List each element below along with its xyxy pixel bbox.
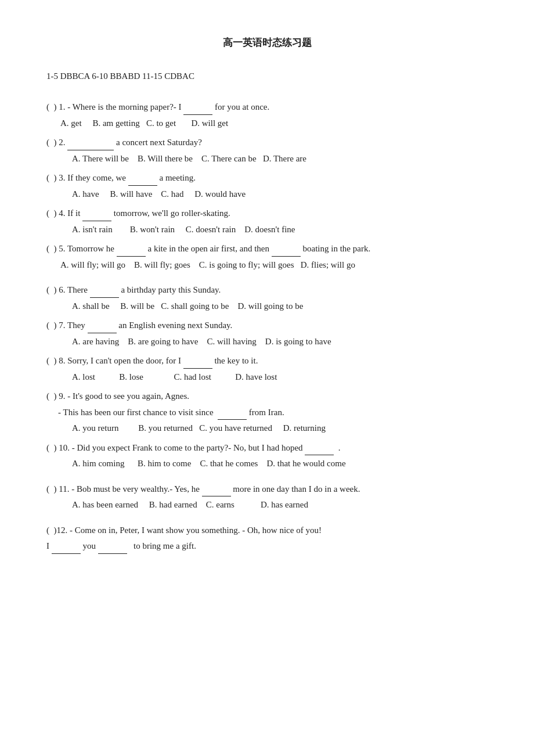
page-title: 高一英语时态练习题: [46, 35, 488, 52]
question-6: ( ) 6. There a birthday party this Sunda…: [46, 283, 488, 314]
q6-options: A. shall be B. will be C. shall going to…: [60, 299, 488, 314]
question-10: ( ) 10. - Did you expect Frank to come t…: [46, 441, 488, 471]
question-12: ( )12. - Come on in, Peter, I want show …: [46, 523, 488, 554]
question-1: ( ) 1. - Where is the morning paper?- I …: [46, 100, 488, 131]
q11-options: A. has been earned B. had earned C. earn…: [60, 498, 488, 513]
question-7: ( ) 7. They an English evening next Sund…: [46, 318, 488, 349]
question-9: ( ) 9. - It's good to see you again, Agn…: [46, 389, 488, 436]
q5-text: ( ) 5. Tomorrow he a kite in the open ai…: [46, 242, 488, 257]
question-4: ( ) 4. If it tomorrow, we'll go roller-s…: [46, 206, 488, 237]
question-2: ( ) 2. a concert next Saturday? A. There…: [46, 135, 488, 166]
q9-text-a: ( ) 9. - It's good to see you again, Agn…: [46, 389, 488, 404]
q2-text: ( ) 2. a concert next Saturday?: [46, 135, 488, 150]
q7-text: ( ) 7. They an English evening next Sund…: [46, 318, 488, 333]
q7-options: A. are having B. are going to have C. wi…: [60, 334, 488, 350]
q10-options: A. him coming B. him to come C. that he …: [60, 456, 488, 471]
question-5: ( ) 5. Tomorrow he a kite in the open ai…: [46, 242, 488, 272]
q11-text: ( ) 11. - Bob must be very wealthy.- Yes…: [46, 482, 488, 497]
q5-options: A. will fly; will go B. will fly; goes C…: [60, 258, 488, 273]
question-3: ( ) 3. If they come, we a meeting. A. ha…: [46, 171, 488, 201]
q6-text: ( ) 6. There a birthday party this Sunda…: [46, 283, 488, 298]
q1-options: A. get B. am getting C. to get D. will g…: [60, 116, 488, 131]
question-8: ( ) 8. Sorry, I can't open the door, for…: [46, 354, 488, 384]
q4-options: A. isn't rain B. won't rain C. doesn't r…: [60, 222, 488, 237]
q3-text: ( ) 3. If they come, we a meeting.: [46, 171, 488, 186]
q8-options: A. lost B. lose C. had lost D. have lost: [60, 370, 488, 385]
q10-text: ( ) 10. - Did you expect Frank to come t…: [46, 441, 488, 456]
q1-text: ( ) 1. - Where is the morning paper?- I …: [46, 100, 488, 115]
q9-text-b: - This has been our first chance to visi…: [46, 405, 488, 420]
question-11: ( ) 11. - Bob must be very wealthy.- Yes…: [46, 482, 488, 513]
q4-text: ( ) 4. If it tomorrow, we'll go roller-s…: [46, 206, 488, 221]
answers-section: 1-5 DBBCA 6-10 BBABD 11-15 CDBAC: [46, 69, 488, 84]
q2-options: A. There will be B. Will there be C. The…: [60, 152, 488, 167]
q3-options: A. have B. will have C. had D. would hav…: [60, 187, 488, 202]
q9-options: A. you return B. you returned C. you hav…: [60, 421, 488, 436]
q12-text-a: ( )12. - Come on in, Peter, I want show …: [46, 523, 488, 538]
q8-text: ( ) 8. Sorry, I can't open the door, for…: [46, 354, 488, 369]
q12-text-b: I you to bring me a gift.: [46, 539, 488, 554]
